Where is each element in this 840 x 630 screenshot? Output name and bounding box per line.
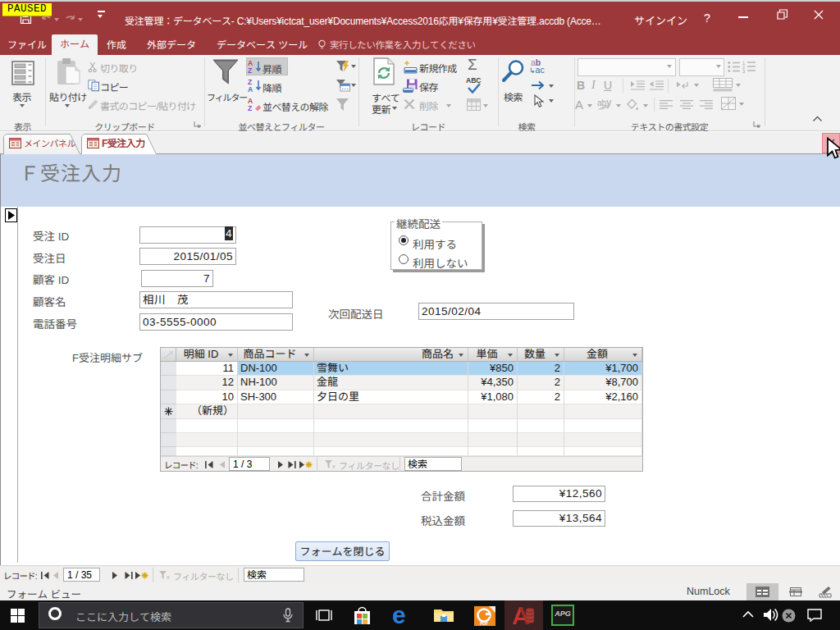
svg-text:A: A xyxy=(248,85,253,93)
svg-text:PDF: PDF xyxy=(480,621,488,626)
svg-text:3: 3 xyxy=(742,69,745,73)
svg-text:Z: Z xyxy=(248,104,252,112)
svg-text:Z: Z xyxy=(248,66,252,74)
